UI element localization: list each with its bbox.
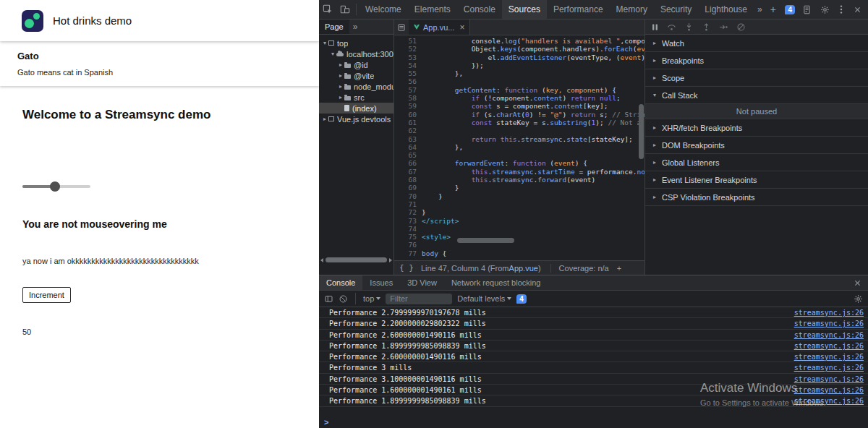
pause-script-icon[interactable] — [651, 23, 659, 31]
console-filter-input[interactable] — [386, 294, 452, 304]
console-source-link[interactable]: streamsync.js:26 — [794, 341, 864, 351]
gutter-line-number[interactable]: 66 — [394, 159, 417, 167]
gutter-line-number[interactable]: 68 — [394, 176, 417, 184]
inspect-element-icon[interactable] — [319, 0, 336, 19]
gutter-line-number[interactable]: 54 — [394, 61, 417, 69]
device-toolbar-icon[interactable] — [336, 0, 354, 19]
debugger-section-csp-violation-breakpoints[interactable]: ▸CSP Violation Breakpoints — [645, 189, 868, 206]
scrollbar-thumb[interactable] — [457, 238, 514, 243]
scroll-left-arrow-icon[interactable] — [320, 258, 323, 262]
devtools-tab-console[interactable]: Console — [457, 0, 502, 19]
tree-item-src[interactable]: ▸src — [319, 92, 393, 103]
console-tab-console[interactable]: Console — [319, 275, 362, 290]
gutter-line-number[interactable]: 59 — [394, 102, 417, 110]
step-icon[interactable] — [719, 22, 728, 32]
gutter-line-number[interactable]: 69 — [394, 184, 417, 192]
close-devtools-icon[interactable] — [851, 0, 863, 19]
gutter-line-number[interactable]: 55 — [394, 69, 417, 77]
devtools-tab-lighthouse[interactable]: Lighthouse — [698, 0, 754, 19]
status-add-icon[interactable]: + — [617, 264, 621, 273]
devtools-tab-welcome[interactable]: Welcome — [359, 0, 408, 19]
gutter-line-number[interactable]: 76 — [394, 241, 417, 249]
debugger-section-event-listener-breakpoints[interactable]: ▸Event Listener Breakpoints — [645, 171, 868, 189]
gutter-line-number[interactable]: 77 — [394, 249, 417, 257]
console-tab-issues[interactable]: Issues — [362, 275, 400, 290]
tree-item-node-modu[interactable]: ▸node_modu... — [319, 81, 393, 92]
gutter-line-number[interactable]: 73 — [394, 217, 417, 225]
clear-console-icon[interactable] — [339, 294, 348, 304]
gutter-line-number[interactable]: 75 — [394, 233, 417, 241]
javascript-context-dropdown[interactable]: top — [363, 294, 380, 303]
log-levels-dropdown[interactable]: Default levels — [457, 294, 511, 303]
console-count-badge[interactable]: 4 — [516, 294, 527, 304]
slider[interactable] — [22, 181, 90, 192]
console-source-link[interactable]: streamsync.js:26 — [794, 374, 864, 385]
gutter-line-number[interactable]: 67 — [394, 168, 417, 176]
navigator-tab-page[interactable]: Page — [319, 20, 349, 34]
tree-item-vite[interactable]: ▸@vite — [319, 70, 393, 81]
step-over-icon[interactable] — [667, 22, 676, 32]
console-settings-gear-icon[interactable] — [854, 294, 863, 304]
debugger-section-call-stack[interactable]: ▾Call Stack — [645, 87, 868, 104]
gutter-line-number[interactable]: 64 — [394, 143, 417, 151]
console-source-link[interactable]: streamsync.js:26 — [794, 318, 864, 329]
scrollbar-thumb[interactable] — [639, 104, 644, 159]
gutter-line-number[interactable]: 57 — [394, 86, 417, 94]
console-source-link[interactable]: streamsync.js:26 — [794, 351, 864, 362]
console-tab-3d-view[interactable]: 3D View — [400, 275, 444, 290]
gutter-line-number[interactable]: 72 — [394, 208, 417, 216]
slider-thumb[interactable] — [50, 181, 60, 192]
gutter-line-number[interactable]: 63 — [394, 135, 417, 143]
debugger-section-scope[interactable]: ▸Scope — [645, 69, 868, 87]
tree-item-vue-js-devtools[interactable]: ▸Vue.js devtools — [319, 114, 393, 124]
console-source-link[interactable]: streamsync.js:26 — [794, 330, 864, 341]
console-prompt[interactable]: > — [319, 416, 868, 428]
gutter-line-number[interactable]: 52 — [394, 45, 417, 53]
navigator-more-tabs-icon[interactable]: » — [349, 22, 362, 32]
navigator-horizontal-scrollbar[interactable] — [319, 256, 393, 264]
close-drawer-icon[interactable] — [852, 273, 868, 292]
deactivate-breakpoints-icon[interactable] — [736, 22, 746, 32]
increment-button[interactable]: Increment — [22, 287, 71, 303]
debugger-section-breakpoints[interactable]: ▸Breakpoints — [645, 52, 868, 69]
editor-vertical-scrollbar[interactable] — [639, 53, 644, 236]
console-tab-network-request-blocking[interactable]: Network request blocking — [444, 275, 548, 290]
close-tab-icon[interactable]: × — [459, 23, 464, 32]
devtools-tab-performance[interactable]: Performance — [547, 0, 610, 19]
tree-item-id[interactable]: ▸@id — [319, 59, 393, 70]
gutter-line-number[interactable]: 71 — [394, 200, 417, 208]
source-file-link[interactable]: App.vue — [509, 264, 538, 273]
gutter-line-number[interactable]: 56 — [394, 77, 417, 85]
scroll-right-arrow-icon[interactable] — [389, 258, 392, 262]
debugger-section-xhr-fetch-breakpoints[interactable]: ▸XHR/fetch Breakpoints — [645, 119, 868, 137]
devtools-tab-security[interactable]: Security — [654, 0, 698, 19]
gutter-line-number[interactable]: 61 — [394, 119, 417, 127]
editor-tab-app-vue[interactable]: App.vu... × — [409, 20, 470, 35]
scrollbar-thumb[interactable] — [326, 257, 387, 262]
devtools-tab-elements[interactable]: Elements — [408, 0, 457, 19]
editor-horizontal-scrollbar[interactable] — [423, 238, 636, 244]
gutter-line-number[interactable]: 74 — [394, 225, 417, 233]
gutter-line-number[interactable]: 60 — [394, 111, 417, 119]
code-editor[interactable]: 5152535455565758596061626364656667686970… — [394, 35, 644, 260]
devtools-tab-sources[interactable]: Sources — [502, 0, 547, 19]
gutter-line-number[interactable]: 62 — [394, 127, 417, 134]
devtools-tab-memory[interactable]: Memory — [610, 0, 654, 19]
debugger-section-watch[interactable]: ▸Watch — [645, 35, 868, 52]
debugger-section-dom-breakpoints[interactable]: ▸DOM Breakpoints — [645, 137, 868, 154]
gutter-line-number[interactable]: 70 — [394, 192, 417, 200]
settings-gear-icon[interactable] — [818, 0, 831, 19]
kebab-menu-icon[interactable] — [836, 0, 846, 19]
console-sidebar-icon[interactable] — [324, 294, 333, 304]
editor-files-icon[interactable] — [394, 18, 409, 37]
pretty-print-icon[interactable]: { } — [399, 263, 414, 273]
tree-item-top[interactable]: ▾top — [319, 38, 393, 48]
gutter-line-number[interactable]: 51 — [394, 37, 417, 45]
console-count-badge[interactable]: 4 — [785, 5, 795, 14]
console-source-link[interactable]: streamsync.js:26 — [794, 385, 864, 395]
console-source-link[interactable]: streamsync.js:26 — [794, 362, 864, 373]
console-source-link[interactable]: streamsync.js:26 — [794, 395, 864, 406]
step-out-icon[interactable] — [702, 22, 711, 32]
tree-item-localhost-3000[interactable]: ▾localhost:3000 — [319, 48, 393, 59]
debugger-section-global-listeners[interactable]: ▸Global Listeners — [645, 154, 868, 171]
